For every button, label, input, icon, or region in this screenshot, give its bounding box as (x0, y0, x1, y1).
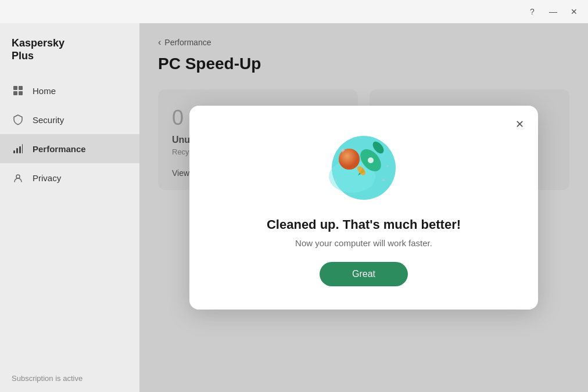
sidebar-item-home[interactable]: Home (0, 76, 139, 105)
sidebar-item-performance[interactable]: Performance (0, 134, 139, 163)
modal-overlay: ✕ (139, 23, 588, 392)
modal-subtitle: Now your computer will work faster. (295, 238, 432, 248)
modal-close-button[interactable]: ✕ (510, 115, 529, 134)
sidebar-item-security[interactable]: Security (0, 105, 139, 134)
title-bar: ? — ✕ (0, 0, 588, 23)
subscription-status: Subscription is active (0, 365, 139, 392)
svg-point-16 (368, 157, 374, 163)
performance-icon (12, 142, 24, 155)
minimize-button[interactable]: — (544, 3, 562, 20)
modal-illustration: ✦ ✦ ✦ ✦ (323, 124, 404, 206)
app-brand-name: Kaspersky Plus (12, 37, 128, 62)
success-modal: ✕ (189, 106, 538, 310)
app-window: ? — ✕ Kaspersky Plus (0, 0, 588, 392)
app-brand: Kaspersky Plus (0, 28, 139, 76)
sidebar-item-label-privacy: Privacy (33, 173, 61, 183)
svg-rect-6 (19, 146, 21, 153)
sidebar: Kaspersky Plus Home (0, 23, 139, 392)
svg-rect-5 (16, 148, 18, 153)
svg-text:✦: ✦ (334, 177, 338, 184)
privacy-icon (12, 171, 24, 184)
svg-point-8 (16, 175, 20, 178)
shield-icon (12, 113, 24, 126)
main-layout: Kaspersky Plus Home (0, 23, 588, 392)
svg-rect-7 (22, 144, 23, 153)
content-area: ‹ Performance PC Speed-Up 0 GB Unused sy… (139, 23, 588, 392)
svg-rect-1 (19, 86, 23, 90)
svg-text:✦: ✦ (386, 164, 390, 169)
sidebar-item-label-performance: Performance (33, 144, 86, 154)
svg-rect-0 (13, 86, 17, 90)
help-button[interactable]: ? (523, 3, 542, 20)
svg-rect-2 (13, 91, 17, 95)
svg-rect-3 (19, 91, 23, 95)
sidebar-item-label-home: Home (33, 86, 56, 96)
svg-text:✦: ✦ (381, 177, 386, 184)
modal-title: Cleaned up. That's much better! (267, 217, 461, 232)
title-bar-controls: ? — ✕ (523, 3, 583, 20)
home-icon (12, 84, 24, 97)
great-button[interactable]: Great (320, 262, 408, 286)
svg-rect-4 (13, 150, 15, 153)
sidebar-item-label-security: Security (33, 115, 64, 125)
svg-text:✦: ✦ (339, 146, 346, 155)
sidebar-item-privacy[interactable]: Privacy (0, 163, 139, 192)
close-button[interactable]: ✕ (565, 3, 583, 20)
